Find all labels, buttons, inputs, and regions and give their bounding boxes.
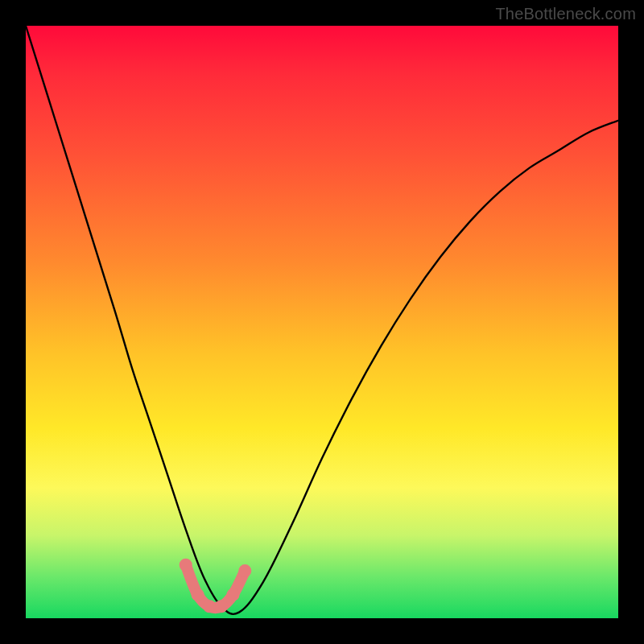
marker-dot [191,588,204,601]
marker-dot [180,559,192,572]
marker-dot [215,600,228,613]
marker-dot [203,600,216,613]
marker-dot [238,564,251,577]
chart-svg [26,26,618,618]
chart-frame: TheBottleneck.com [0,0,644,644]
low-bottleneck-marker [186,565,246,609]
chart-plot-area [26,26,618,618]
attribution-label: TheBottleneck.com [495,5,636,23]
marker-dot [227,588,240,601]
bottleneck-curve [26,26,618,614]
